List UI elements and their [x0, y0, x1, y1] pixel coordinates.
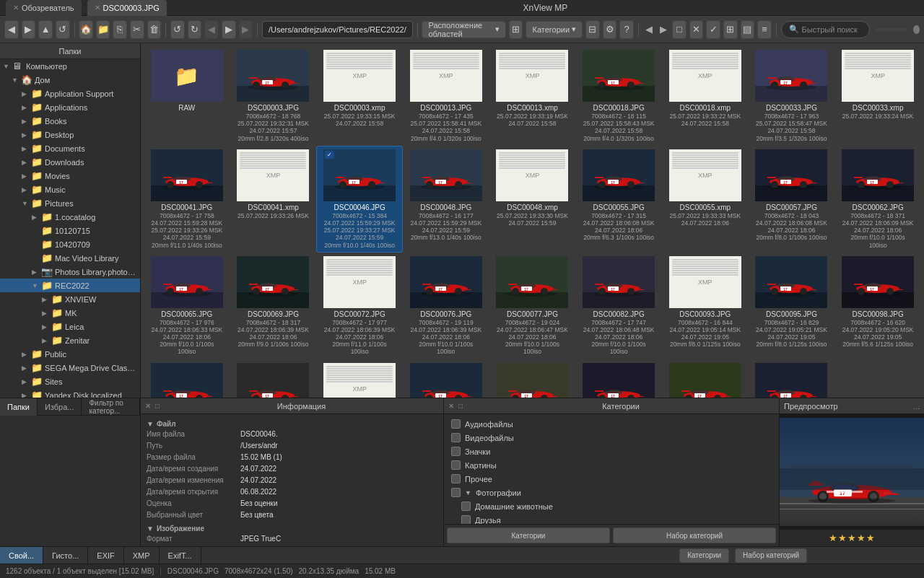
more-button1[interactable]: ✓: [706, 20, 720, 39]
sidebar-item-pictures[interactable]: ▼ 📁 Pictures: [0, 196, 140, 210]
tab-browser[interactable]: ✕ Обозреватель: [6, 0, 82, 16]
arrange-icon[interactable]: ⊞: [509, 20, 523, 39]
sidebar-item-computer[interactable]: ▼ 🖥 Компьютер: [0, 59, 140, 73]
tab-folders[interactable]: Папки: [0, 398, 38, 416]
sidebar-item-books[interactable]: ▶ 📁 Books: [0, 114, 140, 128]
checkbox-paintings[interactable]: [451, 460, 461, 470]
copy-button[interactable]: ⎘: [113, 20, 127, 39]
cat-close[interactable]: ✕: [448, 402, 454, 410]
tab-close-browser[interactable]: ✕: [13, 4, 19, 12]
sidebar-item-yandex[interactable]: ▶ 📁 Yandex.Disk.localized: [0, 388, 140, 398]
status-tab-exif[interactable]: EXIF: [88, 547, 123, 564]
sidebar-item-leica[interactable]: ▶ 📁 Leica: [0, 320, 140, 333]
zoom-slider[interactable]: [876, 28, 907, 31]
list-item[interactable]: XMP DSC00018.xmp 25.07.2022 19:33:22 MSK…: [662, 46, 749, 146]
cat-item-audio[interactable]: Аудиофайлы: [447, 417, 776, 431]
sidebar-item-music[interactable]: ▶ 📁 Music: [0, 183, 140, 196]
checkbox-video[interactable]: [451, 433, 461, 442]
sidebar-item-sega[interactable]: ▶ 📁 SEGA Mega Drive Classics: [0, 361, 140, 375]
checkbox-friends[interactable]: [461, 515, 471, 524]
rotate-right-button[interactable]: ↻: [188, 20, 202, 39]
cat-item-photos[interactable]: ▼ Фотографии: [447, 486, 776, 499]
tab-filter[interactable]: Фильтр по категор...: [82, 398, 140, 416]
list-item[interactable]: 17 ...: [575, 359, 662, 398]
list-item[interactable]: 📁 RAW: [144, 46, 230, 146]
list-item[interactable]: XMP DSC00072.JPG 7008x4672 - 17 97724.07…: [316, 253, 403, 359]
star-5[interactable]: ★: [866, 533, 875, 543]
checkbox-icons[interactable]: [451, 447, 461, 456]
back-button[interactable]: ◀: [4, 20, 19, 39]
list-item[interactable]: 17 DSC00057.JPG 7008x4672 - 18 04324.07.…: [749, 146, 835, 253]
sidebar-item-downloads[interactable]: ▶ 📁 Downloads: [0, 155, 140, 169]
sidebar-item-photos[interactable]: ▶ 📷 Photos Library.photoslibrary: [0, 265, 140, 279]
sidebar-item-movies[interactable]: ▶ 📁 Movies: [0, 169, 140, 183]
cat-expand[interactable]: □: [458, 402, 463, 410]
tab-close-image[interactable]: ✕: [95, 4, 100, 12]
list-item[interactable]: XMP DSC00093.JPG 7008x4672 - 16 84424.07…: [662, 253, 749, 359]
sidebar-item-10420709[interactable]: 📁 10420709: [0, 237, 140, 251]
list-item[interactable]: 17 DSC00069.JPG 7008x4672 - 18 31724.07.…: [230, 253, 317, 359]
star-2[interactable]: ★: [838, 533, 847, 543]
info-expand[interactable]: □: [155, 402, 160, 410]
category-set-status-button[interactable]: Набор категорий: [735, 548, 807, 563]
list-item[interactable]: 17 DSC00062.JPG 7008x4672 - 18 37124.07.…: [834, 146, 921, 253]
status-tab-histogram[interactable]: Гисто...: [43, 547, 88, 564]
refresh-button[interactable]: ↺: [56, 20, 70, 39]
list-item[interactable]: 17 DSC00033.JPG 7008x4672 - 17 96325.07.…: [749, 46, 835, 146]
checkbox-photos[interactable]: [451, 488, 461, 497]
list-item[interactable]: XMP ...: [316, 359, 403, 398]
filter2-button[interactable]: ⊞: [723, 20, 738, 39]
list-item[interactable]: XMP DSC00033.xmp 25.07.2022 19:33:24 MSK: [834, 46, 921, 146]
list-item[interactable]: 17 DSC00003.JPG 7008x4672 - 18 76825.07.…: [230, 46, 317, 146]
rotate-left-button[interactable]: ↺: [170, 20, 185, 39]
list-item[interactable]: 17 DSC00082.JPG 7008x4672 - 17 74724.07.…: [575, 253, 662, 359]
slideshow-button[interactable]: ▶: [222, 20, 236, 39]
up-button[interactable]: ▲: [38, 20, 53, 39]
sidebar-item-mk[interactable]: ▶ 📁 MK: [0, 306, 140, 320]
list-item[interactable]: 17 DSC00076.JPG 7008x4672 - 19 11924.07.…: [403, 253, 489, 359]
sidebar-item-home[interactable]: ▼ 🏠 Дом: [0, 73, 140, 87]
list-item[interactable]: 17 ...: [662, 359, 749, 398]
filter-button[interactable]: ⊟: [585, 20, 600, 39]
star-1[interactable]: ★: [829, 533, 837, 543]
list-item[interactable]: 17 ...: [749, 359, 835, 398]
list-item[interactable]: 17 DSC00077.JPG 7008x4672 - 19 02424.07.…: [489, 253, 576, 359]
sidebar-item-sites[interactable]: ▶ 📁 Sites: [0, 375, 140, 388]
checkbox-pets[interactable]: [461, 502, 471, 511]
list-item[interactable]: 17 DSC00065.JPG 7008x4672 - 17 97624.07.…: [144, 253, 230, 359]
list-item[interactable]: XMP DSC00048.xmp 25.07.2022 19:33:30 MSK…: [489, 146, 576, 253]
list-button[interactable]: ≡: [757, 20, 772, 39]
sidebar-item-macvideo[interactable]: 📁 Mac Video Library: [0, 251, 140, 265]
sidebar-item-documents[interactable]: ▶ 📁 Documents: [0, 141, 140, 155]
categories-status-button[interactable]: Категории: [679, 548, 729, 563]
list-item[interactable]: 17 DSC00095.JPG 7008x4672 - 16 82924.07.…: [749, 253, 835, 359]
status-tab-xmp[interactable]: XMP: [124, 547, 160, 564]
list-item[interactable]: XMP DSC00055.xmp 25.07.2022 19:33:33 MSK…: [662, 146, 749, 253]
move-button[interactable]: ✂: [130, 20, 144, 39]
star-rating[interactable]: ★ ★ ★ ★ ★: [829, 533, 875, 543]
help-button[interactable]: ?: [619, 20, 634, 39]
list-item[interactable]: 17 ...: [489, 359, 576, 398]
list-item[interactable]: 17 DSC00018.JPG 7008x4672 - 18 11525.07.…: [575, 46, 662, 146]
bookmark-button[interactable]: ✕: [689, 20, 704, 39]
list-item[interactable]: XMP DSC00003.xmp 25.07.2022 19:33:15 MSK…: [316, 46, 403, 146]
forward-button[interactable]: ▶: [22, 20, 36, 39]
list-item[interactable]: XMP DSC00013.JPG 7008x4672 - 17 43525.07…: [403, 46, 489, 146]
new-folder-button[interactable]: 📁: [96, 20, 110, 39]
prev-button[interactable]: ◀: [204, 20, 219, 39]
location-bar[interactable]: /Users/andrejzukov/Pictures/REC2022/: [262, 21, 413, 38]
search-bar[interactable]: 🔍 Быстрый поиск: [781, 21, 870, 38]
list-item[interactable]: 17 ...: [144, 359, 230, 398]
sidebar-item-zenitar[interactable]: ▶ 📁 Zenitar: [0, 333, 140, 347]
cat-item-paintings[interactable]: Картины: [447, 458, 776, 472]
cat-item-pets[interactable]: Домашние животные: [447, 499, 776, 513]
list-item[interactable]: XMP DSC00041.xmp 25.07.2022 19:33:26 MSK: [230, 146, 317, 253]
list-item[interactable]: 17 ...: [403, 359, 489, 398]
sidebar-item-rec2022[interactable]: ▼ 📁 REC2022: [0, 279, 140, 292]
cat-item-other[interactable]: Прочее: [447, 472, 776, 486]
list-item[interactable]: 17 ...: [230, 359, 317, 398]
delete-button[interactable]: 🗑: [147, 20, 162, 39]
status-tab-custom[interactable]: Свой...: [0, 547, 43, 564]
next-button[interactable]: ▶: [239, 20, 253, 39]
home-button[interactable]: 🏠: [79, 20, 93, 39]
